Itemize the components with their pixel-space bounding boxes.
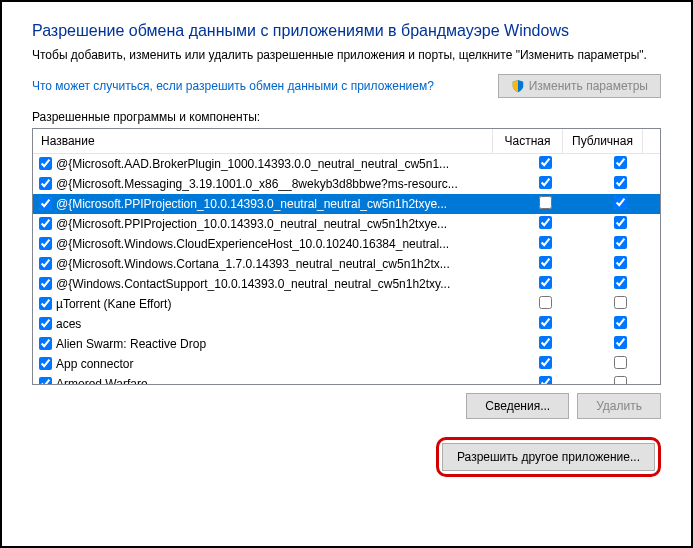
- table-row[interactable]: @{Microsoft.PPIProjection_10.0.14393.0_n…: [33, 194, 660, 214]
- apps-table: Название Частная Публичная @{Microsoft.A…: [32, 128, 661, 385]
- table-row[interactable]: @{Microsoft.Messaging_3.19.1001.0_x86__8…: [33, 174, 660, 194]
- table-header: Название Частная Публичная: [33, 129, 660, 154]
- row-public-checkbox[interactable]: [614, 156, 627, 169]
- row-private-checkbox[interactable]: [539, 296, 552, 309]
- row-name-label: Armored Warfare: [56, 377, 148, 384]
- row-public-checkbox[interactable]: [614, 356, 627, 369]
- row-private-checkbox[interactable]: [539, 176, 552, 189]
- row-public-checkbox[interactable]: [614, 176, 627, 189]
- table-rows[interactable]: @{Microsoft.AAD.BrokerPlugin_1000.14393.…: [33, 154, 660, 384]
- row-name-label: @{Microsoft.Windows.Cortana_1.7.0.14393_…: [56, 257, 450, 271]
- row-enabled-checkbox[interactable]: [39, 337, 52, 350]
- row-name-label: µTorrent (Kane Effort): [56, 297, 171, 311]
- row-public-checkbox[interactable]: [614, 236, 627, 249]
- row-public-checkbox[interactable]: [614, 376, 627, 384]
- row-private-checkbox[interactable]: [539, 236, 552, 249]
- row-private-checkbox[interactable]: [539, 196, 552, 209]
- table-row[interactable]: @{Microsoft.PPIProjection_10.0.14393.0_n…: [33, 214, 660, 234]
- remove-button[interactable]: Удалить: [577, 393, 661, 419]
- details-button[interactable]: Сведения...: [466, 393, 569, 419]
- row-private-checkbox[interactable]: [539, 376, 552, 384]
- row-name-label: @{Microsoft.Windows.CloudExperienceHost_…: [56, 237, 449, 251]
- row-enabled-checkbox[interactable]: [39, 157, 52, 170]
- row-enabled-checkbox[interactable]: [39, 357, 52, 370]
- row-public-checkbox[interactable]: [614, 316, 627, 329]
- row-name-label: aces: [56, 317, 81, 331]
- row-name-label: @{Microsoft.PPIProjection_10.0.14393.0_n…: [56, 197, 447, 211]
- row-private-checkbox[interactable]: [539, 256, 552, 269]
- row-private-checkbox[interactable]: [539, 316, 552, 329]
- row-enabled-checkbox[interactable]: [39, 317, 52, 330]
- column-public[interactable]: Публичная: [563, 129, 643, 153]
- row-public-checkbox[interactable]: [614, 336, 627, 349]
- row-private-checkbox[interactable]: [539, 276, 552, 289]
- row-public-checkbox[interactable]: [614, 196, 627, 209]
- table-row[interactable]: Armored Warfare: [33, 374, 660, 384]
- page-description: Чтобы добавить, изменить или удалить раз…: [32, 48, 661, 64]
- row-enabled-checkbox[interactable]: [39, 377, 52, 384]
- row-public-checkbox[interactable]: [614, 256, 627, 269]
- group-label: Разрешенные программы и компоненты:: [32, 110, 661, 124]
- table-row[interactable]: @{Microsoft.Windows.CloudExperienceHost_…: [33, 234, 660, 254]
- row-enabled-checkbox[interactable]: [39, 197, 52, 210]
- allow-highlight: Разрешить другое приложение...: [436, 437, 661, 477]
- table-row[interactable]: µTorrent (Kane Effort): [33, 294, 660, 314]
- column-private[interactable]: Частная: [493, 129, 563, 153]
- table-row[interactable]: @{Microsoft.Windows.Cortana_1.7.0.14393_…: [33, 254, 660, 274]
- table-row[interactable]: Alien Swarm: Reactive Drop: [33, 334, 660, 354]
- row-name-label: @{Windows.ContactSupport_10.0.14393.0_ne…: [56, 277, 450, 291]
- risk-link[interactable]: Что может случиться, если разрешить обме…: [32, 79, 434, 93]
- row-name-label: @{Microsoft.AAD.BrokerPlugin_1000.14393.…: [56, 157, 449, 171]
- row-private-checkbox[interactable]: [539, 336, 552, 349]
- change-params-button[interactable]: Изменить параметры: [498, 74, 661, 98]
- table-row[interactable]: App connector: [33, 354, 660, 374]
- row-name-label: @{Microsoft.PPIProjection_10.0.14393.0_n…: [56, 217, 447, 231]
- shield-icon: [511, 79, 525, 93]
- row-enabled-checkbox[interactable]: [39, 177, 52, 190]
- row-name-label: Alien Swarm: Reactive Drop: [56, 337, 206, 351]
- row-public-checkbox[interactable]: [614, 296, 627, 309]
- table-row[interactable]: aces: [33, 314, 660, 334]
- row-enabled-checkbox[interactable]: [39, 257, 52, 270]
- column-name[interactable]: Название: [33, 129, 493, 153]
- row-name-label: App connector: [56, 357, 133, 371]
- table-row[interactable]: @{Windows.ContactSupport_10.0.14393.0_ne…: [33, 274, 660, 294]
- row-public-checkbox[interactable]: [614, 216, 627, 229]
- row-public-checkbox[interactable]: [614, 276, 627, 289]
- column-scroll-spacer: [643, 129, 660, 153]
- page-heading: Разрешение обмена данными с приложениями…: [32, 22, 661, 40]
- table-row[interactable]: @{Microsoft.AAD.BrokerPlugin_1000.14393.…: [33, 154, 660, 174]
- row-private-checkbox[interactable]: [539, 156, 552, 169]
- row-enabled-checkbox[interactable]: [39, 297, 52, 310]
- change-params-label: Изменить параметры: [529, 79, 648, 93]
- row-private-checkbox[interactable]: [539, 356, 552, 369]
- allow-another-app-button[interactable]: Разрешить другое приложение...: [442, 443, 655, 471]
- row-name-label: @{Microsoft.Messaging_3.19.1001.0_x86__8…: [56, 177, 458, 191]
- row-enabled-checkbox[interactable]: [39, 217, 52, 230]
- row-enabled-checkbox[interactable]: [39, 237, 52, 250]
- row-enabled-checkbox[interactable]: [39, 277, 52, 290]
- row-private-checkbox[interactable]: [539, 216, 552, 229]
